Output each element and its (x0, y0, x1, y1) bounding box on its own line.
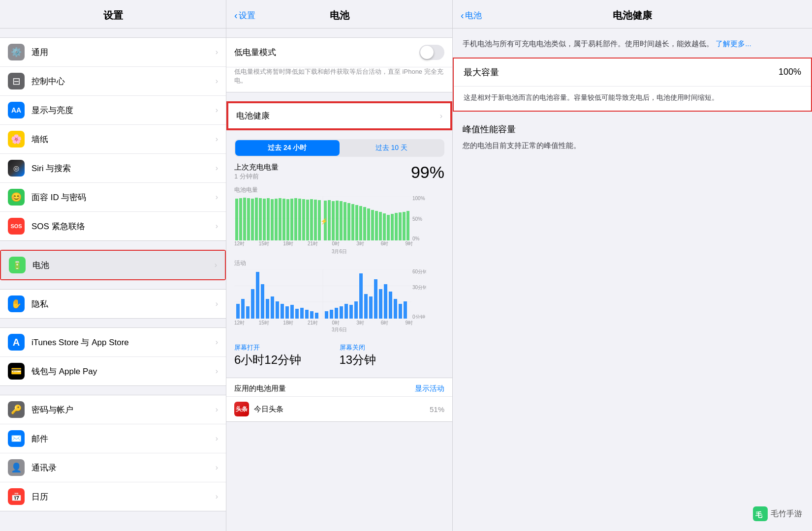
svg-rect-58 (241, 299, 245, 319)
svg-rect-31 (344, 202, 346, 240)
chevron-icon: › (216, 193, 218, 202)
x-label-18: 18时 (283, 240, 308, 247)
svg-text:0分钟: 0分钟 (412, 314, 425, 319)
contacts-label: 通讯录 (31, 462, 216, 473)
svg-rect-4 (235, 199, 238, 240)
learn-more-link[interactable]: 了解更多... (716, 39, 751, 48)
wallet-label: 钱包与 Apple Pay (31, 366, 216, 377)
svg-rect-32 (347, 203, 350, 240)
app-usage-header: 应用的电池用量 显示活动 (226, 378, 452, 396)
low-power-toggle[interactable] (419, 45, 444, 60)
chevron-icon: › (216, 222, 218, 231)
svg-rect-80 (354, 301, 358, 319)
svg-rect-39 (375, 211, 378, 240)
battery-health-chevron: › (440, 112, 442, 120)
svg-rect-13 (271, 199, 274, 240)
svg-rect-59 (246, 306, 250, 319)
settings-item-mail[interactable]: ✉️ 邮件 › (0, 424, 226, 453)
battery-health-row[interactable]: 电池健康 › (227, 102, 451, 129)
battery-tabs: 过去 24 小时 过去 10 天 (234, 139, 444, 157)
svg-rect-78 (344, 304, 348, 319)
battery-health-title: 电池健康 (613, 9, 652, 22)
svg-rect-7 (247, 198, 250, 240)
battery-health-header: ‹ 电池 电池健康 (453, 0, 812, 29)
svg-rect-88 (394, 299, 397, 319)
passwords-label: 密码与帐户 (31, 404, 216, 415)
charge-pct: 99% (411, 163, 444, 182)
svg-rect-75 (330, 310, 333, 319)
ax-label-12: 12时 (234, 320, 259, 326)
chevron-icon: › (216, 367, 218, 376)
screen-off-label: 屏幕关闭 (340, 343, 445, 352)
svg-rect-38 (371, 210, 374, 240)
display-icon: AA (8, 102, 25, 118)
settings-item-display[interactable]: AA 显示与亮度 › (0, 96, 226, 125)
max-capacity-row: 最大容量 100% (454, 59, 811, 86)
battery-chart-svg: ⚡ 100% 50% 0% (234, 196, 426, 240)
battery-group-highlighted: 🔋 电池 › (0, 250, 226, 280)
settings-item-general[interactable]: ⚙️ 通用 › (0, 38, 226, 67)
settings-item-control-center[interactable]: ⊟ 控制中心 › (0, 67, 226, 96)
battery-chart-x-labels: 12时 15时 18时 21时 0时 3时 6时 9时 (234, 240, 444, 247)
settings-item-sos[interactable]: SOS SOS 紧急联络 › (0, 212, 226, 240)
settings-item-passwords[interactable]: 🔑 密码与帐户 › (0, 395, 226, 424)
ax-label-21: 21时 (308, 320, 332, 326)
low-power-row: 低电量模式 (226, 38, 452, 67)
svg-rect-40 (379, 212, 382, 240)
settings-item-contacts[interactable]: 👤 通讯录 › (0, 453, 226, 482)
settings-item-itunes[interactable]: A iTunes Store 与 App Store › (0, 328, 226, 357)
activity-chart-svg: 60分钟 30分钟 0分钟 (234, 269, 426, 319)
settings-item-wallet[interactable]: 💳 钱包与 Apple Pay › (0, 357, 226, 385)
svg-rect-37 (367, 208, 370, 240)
svg-rect-16 (282, 199, 285, 240)
mail-label: 邮件 (31, 433, 216, 444)
max-capacity-section: 最大容量 100% 这是相对于新电池而言的电池容量。容量较低可能导致充电后，电池… (454, 59, 811, 111)
svg-rect-23 (310, 199, 313, 240)
battery-content-area: 低电量模式 低电量模式将暂时降低如下载和邮件获取等后台活动，直至 iPhone … (226, 29, 452, 531)
charge-info-text: 上次充电电量 1 分钟前 (234, 163, 411, 181)
settings-item-battery[interactable]: 🔋 电池 › (1, 251, 225, 279)
settings-item-privacy[interactable]: ✋ 隐私 › (0, 290, 226, 318)
svg-rect-69 (295, 309, 299, 319)
control-center-icon: ⊟ (8, 73, 25, 89)
peak-performance-section: 峰值性能容量 您的电池目前支持正常的峰值性能。 (453, 112, 812, 155)
svg-rect-65 (276, 301, 279, 319)
settings-item-wallpaper[interactable]: 🌸 墙纸 › (0, 125, 226, 154)
svg-rect-61 (256, 272, 259, 319)
tab-24h[interactable]: 过去 24 小时 (235, 140, 340, 156)
privacy-icon: ✋ (8, 295, 25, 312)
key-icon: 🔑 (8, 401, 25, 418)
svg-rect-85 (379, 289, 382, 319)
ax-label-15: 15时 (259, 320, 283, 326)
battery-back-button[interactable]: ‹ 设置 (234, 10, 255, 21)
show-activity-link[interactable]: 显示活动 (415, 384, 444, 393)
svg-rect-63 (266, 299, 269, 319)
svg-text:30分钟: 30分钟 (412, 285, 426, 290)
activity-chart-container: 活动 (234, 259, 444, 333)
tab-10d[interactable]: 过去 10 天 (340, 140, 444, 156)
low-power-desc: 低电量模式将暂时降低如下载和邮件获取等后台活动，直至 iPhone 完全充电。 (226, 67, 452, 92)
svg-rect-60 (251, 289, 254, 319)
screen-time-section: 屏幕打开 6小时12分钟 屏幕关闭 13分钟 (226, 333, 452, 374)
app-usage-row-news: 头条 今日头条 51% (226, 396, 452, 421)
chevron-icon: › (216, 77, 218, 86)
svg-rect-18 (290, 199, 293, 240)
svg-rect-36 (363, 207, 366, 240)
chevron-icon: › (216, 492, 218, 501)
health-back-button[interactable]: ‹ 电池 (461, 10, 482, 21)
svg-rect-86 (384, 284, 387, 319)
battery-back-label: 设置 (239, 10, 255, 21)
app-name-news: 今日头条 (254, 405, 430, 414)
control-center-label: 控制中心 (31, 76, 216, 87)
ax-label-9: 9时 (405, 320, 430, 326)
svg-rect-47 (406, 211, 409, 240)
max-capacity-value: 100% (779, 67, 801, 77)
charge-title: 上次充电电量 (234, 163, 411, 172)
contacts-icon: 👤 (8, 459, 25, 476)
activity-date-label: 3月6日 (234, 326, 444, 333)
settings-item-calendar[interactable]: 📅 日历 › (0, 482, 226, 511)
settings-item-faceid[interactable]: 😊 面容 ID 与密码 › (0, 183, 226, 212)
activity-chart-wrapper: 60分钟 30分钟 0分钟 (234, 269, 444, 319)
settings-group-store: A iTunes Store 与 App Store › 💳 钱包与 Apple… (0, 327, 226, 386)
settings-item-siri[interactable]: ◎ Siri 与搜索 › (0, 154, 226, 183)
